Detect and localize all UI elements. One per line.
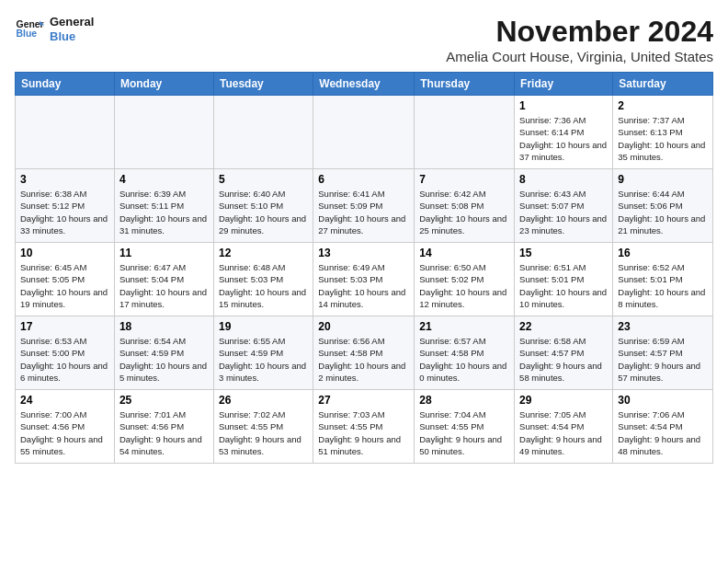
sunrise-time: Sunrise: 6:53 AM: [20, 336, 86, 346]
calendar-day-cell: 29 Sunrise: 7:05 AM Sunset: 4:54 PM Dayl…: [515, 390, 613, 464]
day-info: Sunrise: 7:36 AM Sunset: 6:14 PM Dayligh…: [519, 114, 608, 163]
sunset-time: Sunset: 5:06 PM: [618, 201, 682, 211]
daylight-hours: Daylight: 9 hours and 58 minutes.: [519, 361, 602, 383]
title-block: November 2024 Amelia Court House, Virgin…: [446, 15, 713, 64]
empty-cell: [213, 96, 313, 169]
sunrise-time: Sunrise: 6:43 AM: [519, 189, 586, 199]
calendar-day-cell: 13 Sunrise: 6:49 AM Sunset: 5:03 PM Dayl…: [313, 243, 415, 316]
sunrise-time: Sunrise: 6:48 AM: [219, 262, 285, 272]
day-info: Sunrise: 7:06 AM Sunset: 4:54 PM Dayligh…: [618, 408, 708, 457]
calendar-week-row: 17 Sunrise: 6:53 AM Sunset: 5:00 PM Dayl…: [16, 316, 713, 390]
daylight-hours: Daylight: 10 hours and 33 minutes.: [20, 213, 108, 236]
daylight-hours: Daylight: 9 hours and 48 minutes.: [618, 434, 700, 456]
daylight-hours: Daylight: 10 hours and 27 minutes.: [318, 213, 405, 236]
daylight-hours: Daylight: 10 hours and 15 minutes.: [219, 287, 306, 309]
day-number: 28: [419, 394, 509, 407]
day-number: 30: [618, 394, 708, 407]
calendar-day-cell: 16 Sunrise: 6:52 AM Sunset: 5:01 PM Dayl…: [613, 243, 713, 316]
sunset-time: Sunset: 5:01 PM: [618, 274, 682, 284]
daylight-hours: Daylight: 10 hours and 8 minutes.: [618, 287, 705, 309]
sunset-time: Sunset: 4:58 PM: [419, 348, 483, 358]
daylight-hours: Daylight: 10 hours and 14 minutes.: [318, 287, 405, 309]
daylight-hours: Daylight: 9 hours and 50 minutes.: [419, 434, 502, 456]
weekday-header-friday: Friday: [515, 73, 613, 96]
sunset-time: Sunset: 5:04 PM: [119, 274, 184, 284]
day-number: 18: [119, 320, 209, 333]
daylight-hours: Daylight: 10 hours and 0 minutes.: [419, 361, 506, 383]
daylight-hours: Daylight: 9 hours and 55 minutes.: [20, 434, 103, 456]
sunrise-time: Sunrise: 7:05 AM: [519, 409, 586, 419]
sunset-time: Sunset: 4:56 PM: [20, 421, 85, 431]
weekday-header-sunday: Sunday: [16, 73, 115, 96]
logo-icon: General Blue: [15, 15, 44, 44]
daylight-hours: Daylight: 10 hours and 19 minutes.: [20, 287, 108, 309]
day-info: Sunrise: 6:51 AM Sunset: 5:01 PM Dayligh…: [519, 261, 608, 310]
daylight-hours: Daylight: 10 hours and 5 minutes.: [119, 361, 207, 383]
sunset-time: Sunset: 5:07 PM: [519, 201, 584, 211]
sunrise-time: Sunrise: 6:54 AM: [119, 336, 186, 346]
calendar-day-cell: 6 Sunrise: 6:41 AM Sunset: 5:09 PM Dayli…: [313, 169, 415, 243]
sunrise-time: Sunrise: 6:49 AM: [318, 262, 384, 272]
calendar-day-cell: 7 Sunrise: 6:42 AM Sunset: 5:08 PM Dayli…: [415, 169, 515, 243]
day-info: Sunrise: 6:42 AM Sunset: 5:08 PM Dayligh…: [419, 188, 509, 236]
day-info: Sunrise: 6:45 AM Sunset: 5:05 PM Dayligh…: [20, 261, 109, 310]
day-number: 17: [20, 320, 109, 333]
calendar-day-cell: 20 Sunrise: 6:56 AM Sunset: 4:58 PM Dayl…: [313, 316, 415, 390]
logo-text-line1: General: [50, 15, 94, 29]
day-number: 9: [618, 173, 708, 186]
day-info: Sunrise: 6:43 AM Sunset: 5:07 PM Dayligh…: [519, 188, 608, 236]
sunrise-time: Sunrise: 6:57 AM: [419, 336, 485, 346]
svg-text:Blue: Blue: [17, 29, 38, 39]
weekday-header-tuesday: Tuesday: [213, 73, 313, 96]
calendar-day-cell: 17 Sunrise: 6:53 AM Sunset: 5:00 PM Dayl…: [16, 316, 115, 390]
sunrise-time: Sunrise: 6:47 AM: [119, 262, 186, 272]
calendar-day-cell: 12 Sunrise: 6:48 AM Sunset: 5:03 PM Dayl…: [213, 243, 313, 316]
day-info: Sunrise: 6:38 AM Sunset: 5:12 PM Dayligh…: [20, 188, 109, 236]
day-info: Sunrise: 6:57 AM Sunset: 4:58 PM Dayligh…: [419, 335, 509, 384]
day-number: 22: [519, 320, 608, 333]
calendar-day-cell: 18 Sunrise: 6:54 AM Sunset: 4:59 PM Dayl…: [114, 316, 213, 390]
day-number: 11: [119, 247, 209, 259]
sunset-time: Sunset: 6:14 PM: [519, 127, 584, 137]
day-number: 27: [318, 394, 409, 407]
weekday-header-thursday: Thursday: [415, 73, 515, 96]
sunrise-time: Sunrise: 7:37 AM: [618, 115, 684, 125]
calendar-day-cell: 3 Sunrise: 6:38 AM Sunset: 5:12 PM Dayli…: [16, 169, 115, 243]
day-number: 12: [219, 247, 308, 259]
calendar-day-cell: 14 Sunrise: 6:50 AM Sunset: 5:02 PM Dayl…: [415, 243, 515, 316]
sunset-time: Sunset: 4:58 PM: [318, 348, 382, 358]
daylight-hours: Daylight: 9 hours and 49 minutes.: [519, 434, 602, 456]
calendar-week-row: 1 Sunrise: 7:36 AM Sunset: 6:14 PM Dayli…: [16, 96, 713, 169]
sunrise-time: Sunrise: 7:02 AM: [219, 409, 285, 419]
daylight-hours: Daylight: 10 hours and 25 minutes.: [419, 213, 506, 236]
day-info: Sunrise: 6:52 AM Sunset: 5:01 PM Dayligh…: [618, 261, 708, 310]
sunset-time: Sunset: 5:09 PM: [318, 201, 382, 211]
sunrise-time: Sunrise: 7:01 AM: [119, 409, 186, 419]
daylight-hours: Daylight: 10 hours and 23 minutes.: [519, 213, 607, 236]
day-info: Sunrise: 6:47 AM Sunset: 5:04 PM Dayligh…: [119, 261, 209, 310]
sunset-time: Sunset: 5:11 PM: [119, 201, 184, 211]
daylight-hours: Daylight: 10 hours and 21 minutes.: [618, 213, 705, 236]
weekday-header-saturday: Saturday: [613, 73, 713, 96]
calendar-day-cell: 26 Sunrise: 7:02 AM Sunset: 4:55 PM Dayl…: [213, 390, 313, 464]
sunset-time: Sunset: 4:56 PM: [119, 421, 184, 431]
sunset-time: Sunset: 5:10 PM: [219, 201, 283, 211]
calendar-week-row: 10 Sunrise: 6:45 AM Sunset: 5:05 PM Dayl…: [16, 243, 713, 316]
sunset-time: Sunset: 5:03 PM: [219, 274, 283, 284]
sunset-time: Sunset: 4:55 PM: [219, 421, 283, 431]
day-info: Sunrise: 6:44 AM Sunset: 5:06 PM Dayligh…: [618, 188, 708, 236]
sunrise-time: Sunrise: 6:55 AM: [219, 336, 285, 346]
day-number: 2: [618, 99, 708, 112]
daylight-hours: Daylight: 10 hours and 10 minutes.: [519, 287, 607, 309]
sunset-time: Sunset: 5:03 PM: [318, 274, 382, 284]
day-info: Sunrise: 6:56 AM Sunset: 4:58 PM Dayligh…: [318, 335, 409, 384]
empty-cell: [313, 96, 415, 169]
sunset-time: Sunset: 5:00 PM: [20, 348, 85, 358]
day-number: 15: [519, 247, 608, 259]
empty-cell: [16, 96, 115, 169]
sunrise-time: Sunrise: 6:41 AM: [318, 189, 384, 199]
day-number: 5: [219, 173, 308, 186]
day-number: 6: [318, 173, 409, 186]
calendar-day-cell: 24 Sunrise: 7:00 AM Sunset: 4:56 PM Dayl…: [16, 390, 115, 464]
location-title: Amelia Court House, Virginia, United Sta…: [446, 49, 713, 64]
